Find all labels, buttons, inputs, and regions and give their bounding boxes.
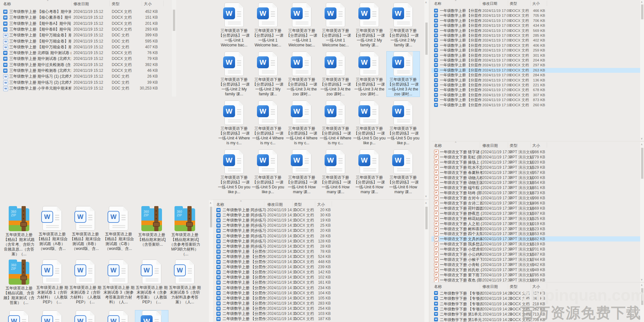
scrollbar[interactable]: ∧ xyxy=(209,200,213,322)
scrollbar-thumb[interactable] xyxy=(210,207,212,227)
grid-file-item[interactable]: W三年级英语下册【分层训练】一课一练-Unit 3 At the zoo 课时.… xyxy=(387,52,420,97)
file-row[interactable]: P一年级语文下册 要下雨了 (部编版) .ppt2024/11/19 17:33… xyxy=(431,272,640,278)
file-row[interactable]: P一年级语文下册 猜字谜 (部编版) .ppt2024/11/19 17:33P… xyxy=(431,149,640,155)
scroll-up-icon[interactable]: ∧ xyxy=(641,143,643,146)
grid-file-item[interactable]: W三年级英语下册【分层训练】一课一练-Unit 5 Do you like p.… xyxy=(251,149,284,194)
file-row[interactable]: P一年级语文下册 四个太阳 (部编版) .ppt2024/11/19 17:33… xyxy=(431,231,640,236)
scroll-down-icon[interactable]: ∨ xyxy=(641,137,643,140)
file-row[interactable]: W二年级数学下册 【专项强化】试题 专项...2024/11/19 14:24D… xyxy=(431,307,640,312)
file-row[interactable]: W二年级数学上册 同步练习-2、3、4的...2024/11/19 14:11D… xyxy=(213,213,424,218)
file-row[interactable]: W二年级数学上册 同步练习-乘加乘减-...2024/11/19 14:11DO… xyxy=(213,239,424,244)
column-header-name[interactable]: 名称 xyxy=(434,143,442,148)
scroll-up-icon[interactable]: ∧ xyxy=(425,202,427,204)
grid-file-item[interactable]: W三年级英语下册【分层训练】一课一练-Unit 4 Where is my c.… xyxy=(319,100,352,146)
file-row[interactable]: W三年级数学上册 【核心素养卷】期中测...2024/11/19 15:12DO… xyxy=(0,15,174,20)
grid-file-item[interactable]: W三年级英语下册【分层训练】一课一练-Unit 3 At the zoo 课时.… xyxy=(353,52,386,97)
file-row[interactable]: W二年级数学上册 【分层作业】4.2 5的乘...2024/11/19 14:1… xyxy=(213,316,424,321)
grid-file-item[interactable]: W三年级英语下册【分层训练】一课一练-Unit 6 How many 课... xyxy=(353,149,386,194)
column-header-size[interactable]: 大小 xyxy=(317,202,325,207)
grid-file-item[interactable]: W三年级英语下册【分层训练】一课一练-Unit 6 How many 课... xyxy=(285,149,318,194)
file-row[interactable]: P一年级语文下册 夜色 (部编版) .ppt2024/11/19 17:33PP… xyxy=(431,278,640,283)
file-row[interactable]: W一年级数学上册 【分层作业】4.1 认识...2024/11/19 17:09… xyxy=(431,63,640,68)
file-row[interactable]: W一年级数学上册 【分层作业】5.2 8和9...2024/11/19 17:0… xyxy=(431,73,640,78)
file-row[interactable]: W一年级数学上册 【分层作业】5.3 10 (...2024/11/19 17:… xyxy=(431,78,640,83)
grid-file-item[interactable]: W三年级英语下册【分层训练】一课一练-Unit 2 My family 课... xyxy=(387,3,420,48)
scrollbar-thumb[interactable] xyxy=(641,288,643,305)
grid-file-item[interactable]: W三年级英语下册【分层训练】一课一练-Unit 2 My family 课... xyxy=(353,3,386,48)
grid-file-item[interactable]: W五年级英语上册【精品】期末综合测试题（C卷）（word版、含... xyxy=(102,206,135,251)
grid-file-item[interactable]: 360ZIP五年级英语上册【精品试题、含音频】期末测试（含答案）（... xyxy=(3,260,35,305)
file-row[interactable]: P一年级语文下册 动物儿歌 (部编版) .ppt2024/11/19 17:33… xyxy=(431,175,640,180)
file-row[interactable]: W一年级数学上册 【分层作业】5.1 6和7...2024/11/19 17:0… xyxy=(431,68,640,73)
grid-file-item[interactable]: W三年级英语下册【分层训练】一课一练-Unit 5 Do you like p.… xyxy=(387,100,420,146)
file-row[interactable]: W二年级数学上册 同步练习-5的乘法口...2024/11/19 14:11DO… xyxy=(213,218,424,223)
file-row[interactable]: W二年级数学上册 【分层作业】2.1 两位...2024/11/19 14:11… xyxy=(213,264,424,270)
file-row[interactable]: W一年级数学上册 【分层作业】2.1 上下...2024/11/19 17:09… xyxy=(431,18,640,23)
column-header-date[interactable]: 修改日期 xyxy=(482,143,498,148)
file-row[interactable]: W一年级数学上册 【分层作业】7.1 认识...2024/11/19 17:09… xyxy=(431,98,640,102)
file-row[interactable]: P一年级语文下册 荷叶圆圆 (部编版) .ppt2024/11/19 17:33… xyxy=(431,206,640,211)
scroll-down-icon[interactable]: ∨ xyxy=(641,279,643,281)
column-header-size[interactable]: 大小 xyxy=(532,1,540,6)
grid-file-item[interactable]: W三年级英语下册【分层训练】一课一练-Unit 4 Where is my c.… xyxy=(285,100,318,146)
scrollbar[interactable] xyxy=(172,0,176,97)
scroll-up-icon[interactable]: ∧ xyxy=(210,202,212,204)
file-row[interactable]: W三年级数学上册 【期中万能金卷】期中...2024/11/19 15:12DO… xyxy=(0,39,174,44)
grid-file-item[interactable]: W三年级英语下册【分层训练】一课一练-Unit 2 My family 课... xyxy=(251,52,284,97)
scroll-up-icon[interactable]: ∧ xyxy=(641,1,643,4)
grid-file-item[interactable]: W五年级英语上册 期末测试卷 5（含听力材料及参考答案）（人... xyxy=(168,260,201,305)
grid-file-item[interactable]: W三年级英语下册【分层训练】一课一练-Unit 5 Do you like p.… xyxy=(218,149,251,194)
file-row[interactable]: W一年级数学上册 【分层作业】3.3 第几...2024/11/19 17:09… xyxy=(431,38,640,43)
grid-file-item[interactable]: W xyxy=(36,310,69,322)
grid-file-item[interactable]: W三年级英语下册【分层训练】一课一练-Unit 1 Welcome bac... xyxy=(251,3,284,48)
file-row[interactable]: W一年级数学上册 【分层作业】1.2 比多...2024/11/19 17:09… xyxy=(431,13,640,18)
scrollbar-thumb[interactable] xyxy=(641,5,643,19)
scrollbar[interactable]: ∧ xyxy=(640,283,644,322)
file-row[interactable]: W一年级数学上册 【分层作业】3.5 加法...2024/11/19 17:09… xyxy=(431,48,640,53)
grid-file-item[interactable]: 360ZIP五年级英语上册【精品】期末试题（含常考、含听力音频及原...（含答案… xyxy=(3,206,35,257)
file-row[interactable]: W三年级数学上册 【期中卷A】期中闯关...2024/11/19 15:12DO… xyxy=(0,21,174,26)
column-header-date[interactable]: 修改日期 xyxy=(482,1,497,6)
file-row[interactable]: W一年级数学上册 【分层作业】2.2 左右...2024/11/19 17:09… xyxy=(431,23,640,28)
file-row[interactable]: W一年级数学上册 【分层作业】3.2 比大...2024/11/19 17:09… xyxy=(431,33,640,38)
grid-file-item[interactable]: W xyxy=(102,310,135,322)
file-row[interactable]: W二年级数学上册 【分层作业】3.1 角的...2024/11/19 14:11… xyxy=(213,301,424,306)
file-row[interactable]: W三年级数学上册 期中检测卷 (北师大版...2024/11/19 15:12D… xyxy=(0,68,174,73)
file-row[interactable]: W一年级数学上册 【分层作业】6.1 11—...2024/11/19 17:0… xyxy=(431,93,640,98)
column-header-type[interactable]: 类型 xyxy=(510,143,517,148)
column-header-type[interactable]: 类型 xyxy=(510,1,517,6)
grid-file-item[interactable]: W五年级英语上册 期末测试卷 2（含听力材料）（人教版PEP）（... xyxy=(69,260,102,305)
file-row[interactable]: P一年级语文下册 静夜思 (部编版) .ppt2024/11/19 17:33P… xyxy=(431,211,640,216)
file-row[interactable]: P一年级语文下册 彩虹 (部编版) .ppt2024/11/19 17:33PP… xyxy=(431,155,640,160)
file-row[interactable]: W二年级数学上册 同步练习-不退位减-...2024/11/19 14:11DO… xyxy=(213,233,424,239)
file-row[interactable]: P一年级语文下册 人之初 (部编版) .ppt2024/11/19 17:33P… xyxy=(431,221,640,226)
file-row[interactable]: W二年级数学上册 【分层作业】4.1 乘法...2024/11/19 14:11… xyxy=(213,311,424,316)
file-row[interactable]: W二年级数学上册 同步练习-6的乘法口...2024/11/19 14:11DO… xyxy=(213,223,424,228)
file-row[interactable]: P一年级语文下册 古诗二首 (部编版) .ppt2024/11/19 17:33… xyxy=(431,201,640,206)
grid-file-item[interactable]: W三年级英语下册【分层训练】一课一练-Unit 4 Where is my c.… xyxy=(251,100,284,146)
grid-file-item[interactable]: W五年级英语上册 期末测试卷 4（含参考答案）（人教版PEP）（... xyxy=(135,260,168,305)
file-row[interactable]: P一年级语文下册 端午粽 (部编版) .ppt2024/11/19 17:33P… xyxy=(431,185,640,190)
file-row[interactable]: W三年级数学上册 期中测试卷 (北师大版...2024/11/19 15:12D… xyxy=(0,56,174,62)
grid-file-item[interactable]: W五年级英语上册 期末测试卷 3（附参考答案及听力材料）（人... xyxy=(102,260,135,305)
file-row[interactable]: P一年级语文下册 小猴子下山 (部编版) ....2024/11/19 17:3… xyxy=(431,257,640,262)
scrollbar[interactable]: ∧ ∨ xyxy=(424,0,429,199)
column-header-type[interactable]: 类型 xyxy=(112,1,119,7)
grid-file-item[interactable]: 360ZIP五年级英语上册【精品期末测试]（含答案听... xyxy=(135,206,168,247)
file-row[interactable]: W一年级数学上册 【分层作业】1.1 数一...2024/11/19 17:09… xyxy=(431,8,640,13)
scrollbar-thumb[interactable] xyxy=(425,23,428,55)
file-row[interactable]: P一年级语文下册 动物王国开大会 (部编...2024/11/19 17:33P… xyxy=(431,180,640,185)
file-row[interactable]: W一年级数学上册 【分层作业】8.1 9加几...2024/11/19 17:1… xyxy=(431,103,640,108)
column-header-date[interactable]: 修改日期 xyxy=(482,284,498,289)
file-row[interactable]: W三年级数学上册 期中练习 (1) (北师大...2024/11/19 15:1… xyxy=(0,74,174,79)
scrollbar[interactable]: ∧ xyxy=(424,200,429,322)
scroll-down-icon[interactable]: ∨ xyxy=(425,195,427,198)
scrollbar-thumb[interactable] xyxy=(641,148,643,179)
file-row[interactable]: W一年级数学上册 【分层作业】3.7 (同步...2024/11/19 17:0… xyxy=(431,58,640,63)
file-row[interactable]: P一年级语文下册 操场上 (部编版) .ppt2024/11/19 17:33P… xyxy=(431,160,640,165)
grid-file-item[interactable]: W三年级英语下册【分层训练】一课一练-Unit 1 Welcome bac... xyxy=(218,3,251,48)
file-row[interactable]: W二年级数学上册 【分层作业】2.2 两位...2024/11/19 14:11… xyxy=(213,270,424,275)
column-header-date[interactable]: 修改日期 xyxy=(73,1,89,7)
column-header-type[interactable]: 类型 xyxy=(294,202,302,207)
grid-file-item[interactable]: W三年级英语下册【分层训练】一课一练-Unit 1 Welcome bac... xyxy=(319,3,352,48)
